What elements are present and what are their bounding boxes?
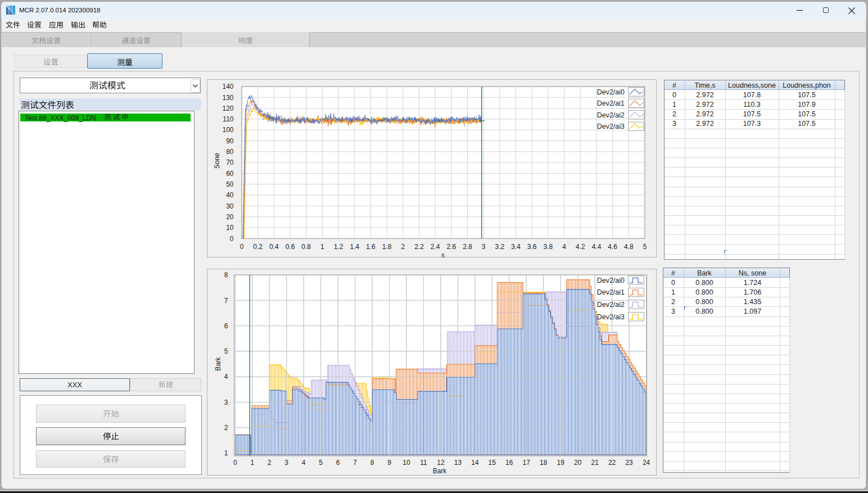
svg-text:2: 2 [268,459,272,467]
svg-text:17: 17 [523,459,531,467]
svg-text:Dev2/ai2: Dev2/ai2 [597,301,625,309]
svg-text:3.8: 3.8 [544,243,553,251]
svg-text:12: 12 [437,459,445,467]
svg-text:Bark: Bark [433,467,447,475]
svg-text:8: 8 [370,459,374,467]
svg-text:4.6: 4.6 [608,243,617,251]
svg-text:6: 6 [336,459,340,467]
svg-text:4: 4 [224,373,228,381]
svg-text:100: 100 [222,126,233,134]
svg-text:140: 140 [222,83,233,91]
svg-text:s: s [441,251,445,259]
svg-text:4.8: 4.8 [624,243,634,251]
svg-text:13: 13 [454,459,462,467]
svg-text:4: 4 [562,243,566,251]
svg-text:19: 19 [557,459,565,467]
svg-text:Dev2/ai1: Dev2/ai1 [597,99,625,107]
svg-text:0.4: 0.4 [269,243,279,251]
svg-text:2.8: 2.8 [463,243,472,251]
svg-text:3: 3 [284,459,288,467]
svg-text:40: 40 [226,191,234,199]
svg-text:Dev2/ai3: Dev2/ai3 [597,313,625,321]
svg-text:110: 110 [223,115,233,123]
svg-text:70: 70 [226,159,234,166]
svg-text:1.4: 1.4 [350,243,359,251]
svg-text:2: 2 [401,243,405,251]
svg-text:7: 7 [224,297,228,305]
svg-text:130: 130 [222,94,233,102]
svg-text:10: 10 [226,224,234,232]
svg-text:18: 18 [540,459,548,467]
svg-text:3: 3 [482,243,486,251]
svg-text:20: 20 [574,459,582,467]
svg-text:Dev2/ai0: Dev2/ai0 [597,277,625,284]
svg-text:3.4: 3.4 [511,243,521,251]
svg-text:20: 20 [226,213,234,221]
svg-text:Dev2/ai2: Dev2/ai2 [597,111,625,119]
svg-text:50: 50 [226,180,234,188]
svg-text:30: 30 [226,202,234,210]
svg-text:4.4: 4.4 [592,243,602,251]
svg-text:1: 1 [320,243,324,251]
svg-text:Bark: Bark [214,356,222,371]
svg-text:1: 1 [224,449,228,457]
svg-text:90: 90 [226,137,234,145]
svg-text:15: 15 [489,459,496,467]
svg-text:3.6: 3.6 [527,243,537,251]
svg-text:1: 1 [250,459,254,467]
svg-text:2.4: 2.4 [431,243,440,251]
svg-text:8: 8 [224,271,228,279]
svg-text:1.6: 1.6 [366,243,376,251]
svg-text:Dev2/ai1: Dev2/ai1 [597,288,625,296]
svg-text:4: 4 [302,459,306,467]
svg-text:0.6: 0.6 [286,243,295,251]
svg-text:6: 6 [224,322,228,330]
svg-text:23: 23 [625,459,633,467]
svg-text:16: 16 [505,459,513,467]
svg-text:9: 9 [387,459,391,467]
svg-text:3: 3 [224,399,228,406]
svg-text:10: 10 [403,459,410,467]
svg-text:24: 24 [643,459,650,467]
svg-text:3.2: 3.2 [495,243,505,251]
svg-text:0: 0 [233,459,237,467]
svg-text:21: 21 [591,459,599,467]
svg-text:120: 120 [222,105,233,112]
svg-text:5: 5 [224,347,228,355]
svg-text:11: 11 [420,459,427,467]
svg-text:0: 0 [230,235,234,243]
svg-text:2: 2 [224,424,228,432]
svg-text:0: 0 [240,243,244,251]
svg-text:Dev2/ai3: Dev2/ai3 [597,123,625,130]
svg-text:Sone: Sone [213,153,221,169]
svg-text:1.2: 1.2 [334,243,343,251]
svg-text:22: 22 [608,459,616,467]
svg-text:2.2: 2.2 [414,243,424,251]
svg-text:5: 5 [319,459,323,467]
svg-text:14: 14 [471,459,479,467]
svg-text:0.2: 0.2 [253,243,263,251]
svg-text:0.8: 0.8 [301,243,311,251]
svg-text:1.8: 1.8 [382,243,392,251]
svg-text:2.6: 2.6 [446,243,456,251]
svg-text:80: 80 [226,148,234,156]
svg-text:Dev2/ai0: Dev2/ai0 [597,88,625,96]
svg-text:60: 60 [226,170,234,178]
svg-text:5: 5 [643,243,647,251]
svg-text:4.2: 4.2 [576,243,585,251]
svg-text:7: 7 [353,459,357,467]
